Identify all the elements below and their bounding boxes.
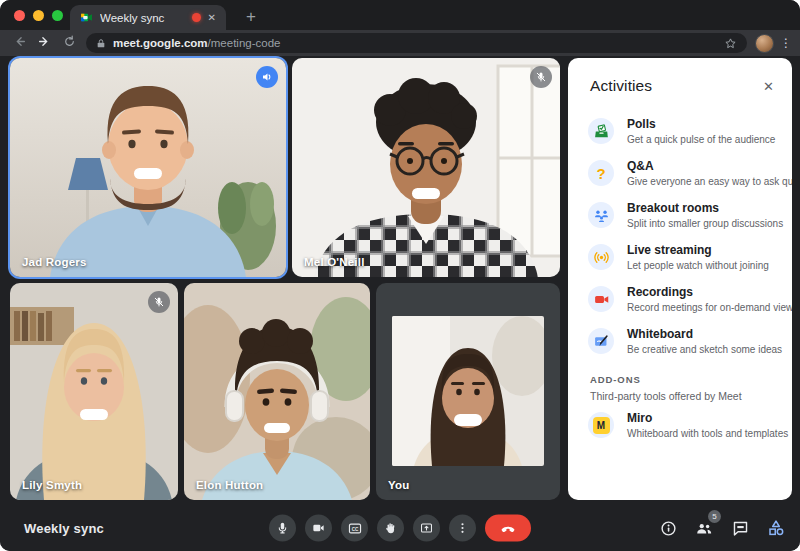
audio-speaking-indicator-icon [256,66,278,88]
browser-profile-avatar[interactable] [755,34,774,53]
polls-icon [588,118,614,144]
whiteboard-icon [588,328,614,354]
present-screen-button[interactable] [413,515,440,542]
activity-description: Let people watch without joining [627,259,769,272]
minimize-window-button[interactable] [33,10,44,21]
activity-description: Split into smaller group discussions [627,217,776,230]
activity-label: Recordings [627,285,776,300]
live-streaming-icon [588,244,614,270]
participant-video [10,283,178,500]
participant-name-label: You [388,479,409,491]
mic-muted-icon [530,66,552,88]
self-video [392,316,544,466]
zoom-window-button[interactable] [52,10,63,21]
participant-name-label: Lily Smyth [22,479,82,491]
close-icon[interactable]: ✕ [763,80,774,93]
meeting-stage: Jad Rogers [0,56,800,505]
new-tab-button[interactable]: + [238,4,264,30]
video-tile-mel-oneill[interactable]: Mel O'Neill [292,58,560,277]
url-path: /meeting-code [208,37,281,49]
addon-description: Whiteboard with tools and templates [627,427,776,440]
more-options-button[interactable] [449,515,476,542]
activities-icon[interactable] [766,518,786,538]
reload-icon[interactable] [58,35,80,51]
video-tile-elon-hutton[interactable]: Elon Hutton [184,283,370,500]
address-bar[interactable]: meet.google.com/meeting-code [86,33,747,53]
close-window-button[interactable] [14,10,25,21]
camera-button[interactable] [305,515,332,542]
meeting-name: Weekly sync [24,521,104,536]
participant-name-label: Elon Hutton [196,479,263,491]
addons-section-header: ADD-ONS [590,374,770,385]
meeting-control-bar: Weekly sync CC [0,505,800,551]
recording-indicator-dot [192,13,201,22]
forward-icon[interactable] [33,35,55,51]
tab-strip: Weekly sync ✕ + [0,0,800,30]
activity-description: Get a quick pulse of the audience [627,133,775,146]
video-tile-you[interactable]: You [376,283,560,500]
bookmark-star-icon[interactable] [724,37,737,50]
addons-section-subtitle: Third-party tools offered by Meet [590,390,770,402]
raise-hand-button[interactable] [377,515,404,542]
end-call-button[interactable] [485,515,531,542]
activity-label: Whiteboard [627,327,776,342]
activity-description: Record meetings for on-demand viewing [627,301,776,314]
participant-count-badge: 5 [708,510,721,523]
browser-toolbar: meet.google.com/meeting-code ⋮ [0,30,800,56]
video-tile-lily-smyth[interactable]: Lily Smyth [10,283,178,500]
participant-video [184,283,370,500]
recordings-icon [588,286,614,312]
addon-item-miro[interactable]: M Miro Whiteboard with tools and templat… [568,404,792,446]
browser-tab[interactable]: Weekly sync ✕ [70,5,226,30]
participant-video [10,58,286,277]
url-text: meet.google.com/meeting-code [113,37,717,49]
participant-video [292,58,560,277]
video-tile-jad-rogers[interactable]: Jad Rogers [10,58,286,277]
url-domain: meet.google.com [113,37,208,49]
tab-title: Weekly sync [100,12,185,24]
qa-icon: ? [588,160,614,186]
breakout-rooms-icon [588,202,614,228]
addon-label: Miro [627,411,776,426]
activity-item-whiteboard[interactable]: Whiteboard Be creative and sketch some i… [568,320,792,362]
browser-window: Weekly sync ✕ + meet.google.com/meeting-… [0,0,800,551]
activity-label: Q&A [627,159,776,174]
activity-item-recordings[interactable]: Recordings Record meetings for on-demand… [568,278,792,320]
activity-description: Be creative and sketch some ideas [627,343,776,356]
activity-item-live-streaming[interactable]: Live streaming Let people watch without … [568,236,792,278]
svg-text:CC: CC [351,526,358,531]
activity-item-breakout-rooms[interactable]: Breakout rooms Split into smaller group … [568,194,792,236]
captions-button[interactable]: CC [341,515,368,542]
mic-button[interactable] [269,515,296,542]
show-everyone-people-icon[interactable]: 5 [694,518,714,538]
activities-panel-title: Activities [590,77,763,95]
browser-menu-icon[interactable]: ⋮ [780,36,792,50]
chat-icon[interactable] [730,518,750,538]
tab-close-icon[interactable]: ✕ [208,13,216,23]
back-icon[interactable] [8,35,30,51]
activity-description: Give everyone an easy way to ask questio… [627,175,776,188]
participant-name-label: Mel O'Neill [304,256,365,268]
miro-icon: M [588,412,614,438]
activity-item-qa[interactable]: ? Q&A Give everyone an easy way to ask q… [568,152,792,194]
participant-name-label: Jad Rogers [22,256,87,268]
meet-favicon-icon [80,11,93,24]
activity-label: Breakout rooms [627,201,776,216]
lock-icon [96,38,106,49]
activity-label: Polls [627,117,775,132]
mic-muted-icon [148,291,170,313]
macos-window-controls[interactable] [14,10,63,21]
meeting-details-info-icon[interactable] [658,518,678,538]
activity-label: Live streaming [627,243,769,258]
activity-item-polls[interactable]: Polls Get a quick pulse of the audience [568,110,792,152]
activities-panel: Activities ✕ Polls Get a [568,58,792,500]
